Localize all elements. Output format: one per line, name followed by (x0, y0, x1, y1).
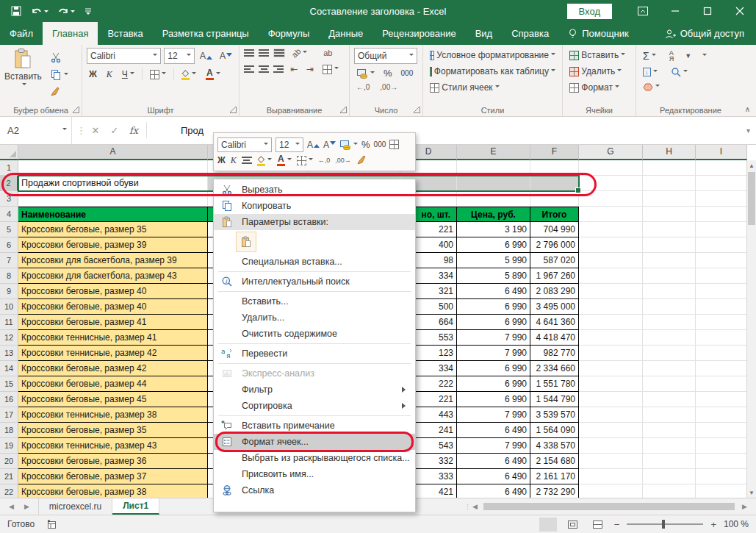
collapse-ribbon-button[interactable]: ∧ (745, 105, 750, 113)
cell-A22[interactable]: Кроссовки беговые, размер 38 (18, 484, 208, 498)
cell-A15[interactable]: Кроссовки беговые, размер 44 (18, 376, 208, 392)
cell-I14[interactable] (696, 361, 747, 376)
menu-item-1[interactable]: Копировать (214, 198, 415, 214)
menu-item-8[interactable]: Вставить... (214, 293, 415, 310)
cell-F9[interactable]: 2 083 290 (530, 284, 579, 299)
cell-I16[interactable] (696, 392, 747, 407)
cell-G21[interactable] (579, 469, 643, 484)
paste-button[interactable]: Вставить (4, 48, 42, 87)
decrease-decimal-button[interactable]: ,00→ (378, 82, 400, 92)
select-all-corner[interactable] (0, 144, 18, 160)
tab-5[interactable]: Данные (319, 22, 372, 45)
row-header-14[interactable]: 14 (0, 361, 18, 376)
tab-1[interactable]: Главная (43, 22, 98, 45)
italic-button[interactable]: К (104, 68, 115, 81)
cell-A20[interactable]: Кроссовки беговые, размер 36 (18, 454, 208, 469)
cell-A11[interactable]: Кроссовки беговые, размер 41 (18, 315, 208, 330)
cell-H13[interactable] (643, 346, 696, 361)
row-header-21[interactable]: 21 (0, 469, 18, 484)
menu-item-9[interactable]: Удалить... (214, 310, 415, 326)
comma-style-button[interactable]: 000 (399, 68, 416, 78)
cell-F18[interactable]: 1 564 090 (530, 423, 579, 438)
mini-align-center-icon[interactable] (242, 157, 252, 164)
cell-A7[interactable]: Кроссовки для баскетбола, размер 39 (18, 253, 208, 268)
cell-G13[interactable] (579, 346, 643, 361)
hscroll-left-icon[interactable]: ◀ (472, 503, 478, 510)
cell-E17[interactable]: 7 990 (457, 407, 530, 423)
cell-G9[interactable] (579, 284, 643, 299)
cell-F15[interactable]: 1 551 780 (530, 376, 579, 392)
cell-F6[interactable]: 2 796 000 (530, 237, 579, 253)
sheet-tab-1[interactable]: Лист1 (112, 498, 159, 515)
sign-in-button[interactable]: Вход (567, 4, 612, 19)
mini-increase-decimal-button[interactable]: ←,0 (318, 157, 331, 164)
redo-button[interactable] (57, 6, 75, 16)
cell-F12[interactable]: 4 418 470 (530, 330, 579, 346)
sheet-nav-prev-icon[interactable]: ◀ (9, 503, 14, 510)
tab-8[interactable]: Справка (502, 22, 558, 45)
cell-F13[interactable]: 982 770 (530, 346, 579, 361)
row-header-15[interactable]: 15 (0, 376, 18, 392)
cell-H12[interactable] (643, 330, 696, 346)
copy-button[interactable] (48, 68, 71, 82)
cell-H2[interactable] (643, 176, 696, 191)
close-button[interactable] (724, 0, 756, 22)
fill-color-button[interactable]: ◇ (179, 68, 198, 81)
column-header-E[interactable]: E (457, 144, 530, 160)
orientation-button[interactable]: ab (289, 48, 309, 58)
wrap-text-button[interactable]: ab (321, 48, 334, 58)
mini-font-name-combo[interactable]: Calibri (217, 137, 272, 152)
cell-H18[interactable] (643, 423, 696, 438)
format-as-table-button[interactable]: Форматировать как таблицу (428, 65, 558, 77)
menu-item-10[interactable]: Очистить содержимое (214, 326, 415, 342)
zoom-out-button[interactable]: − (614, 519, 620, 530)
mini-decrease-decimal-button[interactable]: ,00→ (335, 157, 351, 164)
cell-G16[interactable] (579, 392, 643, 407)
cell-G11[interactable] (579, 315, 643, 330)
cell-H3[interactable] (643, 191, 696, 207)
cell-F19[interactable]: 4 338 570 (530, 438, 579, 454)
mini-italic-button[interactable]: К (231, 155, 237, 166)
align-right-icon[interactable] (273, 65, 284, 73)
cell-A10[interactable]: Кроссовки беговые, размер 40 (18, 299, 208, 315)
cell-F8[interactable]: 1 967 260 (530, 268, 579, 284)
tab-6[interactable]: Рецензирование (372, 22, 465, 45)
cell-A19[interactable]: Кроссовки теннисные, размер 43 (18, 438, 208, 454)
cell-H20[interactable] (643, 454, 696, 469)
row-header-3[interactable]: 3 (0, 191, 18, 207)
cell-E14[interactable]: 6 990 (457, 361, 530, 376)
menu-item-2[interactable]: Параметры вставки: (214, 214, 415, 230)
formula-bar-value[interactable]: Прод (181, 125, 204, 136)
mini-bold-button[interactable]: Ж (217, 155, 226, 165)
cut-button[interactable] (48, 51, 71, 64)
alignment-dialog-launcher[interactable] (340, 107, 347, 113)
cell-H11[interactable] (643, 315, 696, 330)
cell-I19[interactable] (696, 438, 747, 454)
accounting-format-button[interactable] (354, 68, 377, 79)
cell-I11[interactable] (696, 315, 747, 330)
cell-F3[interactable] (530, 191, 579, 207)
cell-A5[interactable]: Кроссовки беговые, размер 35 (18, 222, 208, 237)
menu-item-18[interactable]: Вставить примечание (214, 418, 415, 434)
format-painter-button[interactable] (48, 86, 71, 98)
vertical-scroll-thumb[interactable] (748, 172, 755, 225)
cell-E12[interactable]: 7 990 (457, 330, 530, 346)
cell-E11[interactable]: 6 990 (457, 315, 530, 330)
cell-H5[interactable] (643, 222, 696, 237)
cell-A17[interactable]: Кроссовки теннисные, размер 38 (18, 407, 208, 423)
cell-styles-button[interactable]: Стили ячеек (428, 82, 558, 93)
increase-font-button[interactable]: А (198, 50, 215, 62)
cell-I1[interactable] (696, 160, 747, 176)
cell-E5[interactable]: 3 190 (457, 222, 530, 237)
cell-G1[interactable] (579, 160, 643, 176)
cell-H17[interactable] (643, 407, 696, 423)
font-name-combo[interactable]: Calibri (87, 48, 161, 64)
delete-cells-button[interactable]: Удалить (567, 65, 631, 77)
column-header-G[interactable]: G (579, 144, 643, 160)
zoom-slider-thumb[interactable] (662, 520, 665, 529)
mini-format-painter-button[interactable] (356, 155, 367, 165)
menu-item-19[interactable]: Формат ячеек... (214, 434, 415, 450)
align-top-icon[interactable] (244, 49, 254, 57)
ribbon-display-options-button[interactable] (627, 0, 659, 22)
scroll-down-icon[interactable]: ▼ (747, 487, 756, 498)
